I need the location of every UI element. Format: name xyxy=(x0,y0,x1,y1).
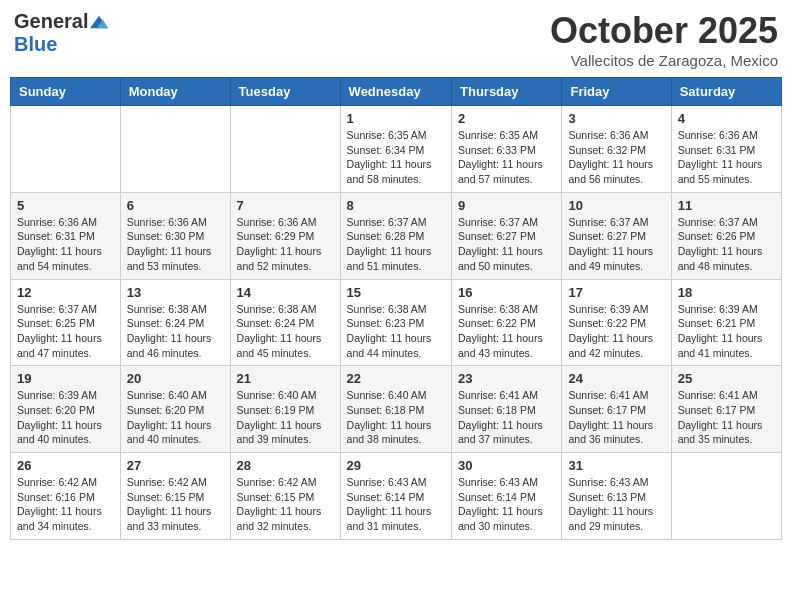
day-number: 29 xyxy=(347,458,445,473)
calendar-cell: 24Sunrise: 6:41 AMSunset: 6:17 PMDayligh… xyxy=(562,366,671,453)
calendar-cell: 22Sunrise: 6:40 AMSunset: 6:18 PMDayligh… xyxy=(340,366,451,453)
day-info: Sunrise: 6:42 AMSunset: 6:15 PMDaylight:… xyxy=(237,475,334,534)
day-info: Sunrise: 6:36 AMSunset: 6:30 PMDaylight:… xyxy=(127,215,224,274)
calendar-cell: 16Sunrise: 6:38 AMSunset: 6:22 PMDayligh… xyxy=(452,279,562,366)
day-header-sunday: Sunday xyxy=(11,78,121,106)
calendar-week-1: 1Sunrise: 6:35 AMSunset: 6:34 PMDaylight… xyxy=(11,106,782,193)
logo-blue: Blue xyxy=(14,33,57,56)
day-info: Sunrise: 6:43 AMSunset: 6:14 PMDaylight:… xyxy=(347,475,445,534)
day-number: 13 xyxy=(127,285,224,300)
calendar-cell: 26Sunrise: 6:42 AMSunset: 6:16 PMDayligh… xyxy=(11,453,121,540)
calendar-cell xyxy=(671,453,781,540)
title-section: October 2025 Vallecitos de Zaragoza, Mex… xyxy=(550,10,778,69)
day-header-thursday: Thursday xyxy=(452,78,562,106)
calendar-cell: 3Sunrise: 6:36 AMSunset: 6:32 PMDaylight… xyxy=(562,106,671,193)
calendar-cell: 14Sunrise: 6:38 AMSunset: 6:24 PMDayligh… xyxy=(230,279,340,366)
logo-icon xyxy=(90,15,108,29)
calendar-cell: 5Sunrise: 6:36 AMSunset: 6:31 PMDaylight… xyxy=(11,192,121,279)
day-header-tuesday: Tuesday xyxy=(230,78,340,106)
day-info: Sunrise: 6:36 AMSunset: 6:29 PMDaylight:… xyxy=(237,215,334,274)
calendar-cell: 17Sunrise: 6:39 AMSunset: 6:22 PMDayligh… xyxy=(562,279,671,366)
day-number: 5 xyxy=(17,198,114,213)
day-header-saturday: Saturday xyxy=(671,78,781,106)
calendar-body: 1Sunrise: 6:35 AMSunset: 6:34 PMDaylight… xyxy=(11,106,782,540)
calendar-cell: 25Sunrise: 6:41 AMSunset: 6:17 PMDayligh… xyxy=(671,366,781,453)
calendar-week-3: 12Sunrise: 6:37 AMSunset: 6:25 PMDayligh… xyxy=(11,279,782,366)
day-number: 30 xyxy=(458,458,555,473)
calendar-week-4: 19Sunrise: 6:39 AMSunset: 6:20 PMDayligh… xyxy=(11,366,782,453)
calendar-cell: 19Sunrise: 6:39 AMSunset: 6:20 PMDayligh… xyxy=(11,366,121,453)
calendar-cell: 1Sunrise: 6:35 AMSunset: 6:34 PMDaylight… xyxy=(340,106,451,193)
calendar-cell: 27Sunrise: 6:42 AMSunset: 6:15 PMDayligh… xyxy=(120,453,230,540)
logo: General Blue xyxy=(14,10,108,56)
calendar-cell: 28Sunrise: 6:42 AMSunset: 6:15 PMDayligh… xyxy=(230,453,340,540)
day-number: 9 xyxy=(458,198,555,213)
calendar-cell: 6Sunrise: 6:36 AMSunset: 6:30 PMDaylight… xyxy=(120,192,230,279)
calendar-cell: 20Sunrise: 6:40 AMSunset: 6:20 PMDayligh… xyxy=(120,366,230,453)
calendar-cell: 11Sunrise: 6:37 AMSunset: 6:26 PMDayligh… xyxy=(671,192,781,279)
day-header-monday: Monday xyxy=(120,78,230,106)
calendar-week-5: 26Sunrise: 6:42 AMSunset: 6:16 PMDayligh… xyxy=(11,453,782,540)
calendar-week-2: 5Sunrise: 6:36 AMSunset: 6:31 PMDaylight… xyxy=(11,192,782,279)
day-number: 16 xyxy=(458,285,555,300)
day-number: 15 xyxy=(347,285,445,300)
day-info: Sunrise: 6:36 AMSunset: 6:31 PMDaylight:… xyxy=(17,215,114,274)
day-info: Sunrise: 6:39 AMSunset: 6:21 PMDaylight:… xyxy=(678,302,775,361)
calendar-cell: 2Sunrise: 6:35 AMSunset: 6:33 PMDaylight… xyxy=(452,106,562,193)
day-number: 20 xyxy=(127,371,224,386)
day-info: Sunrise: 6:38 AMSunset: 6:22 PMDaylight:… xyxy=(458,302,555,361)
calendar-cell: 31Sunrise: 6:43 AMSunset: 6:13 PMDayligh… xyxy=(562,453,671,540)
day-number: 27 xyxy=(127,458,224,473)
calendar-cell: 21Sunrise: 6:40 AMSunset: 6:19 PMDayligh… xyxy=(230,366,340,453)
calendar-cell: 29Sunrise: 6:43 AMSunset: 6:14 PMDayligh… xyxy=(340,453,451,540)
day-info: Sunrise: 6:42 AMSunset: 6:16 PMDaylight:… xyxy=(17,475,114,534)
calendar-cell: 9Sunrise: 6:37 AMSunset: 6:27 PMDaylight… xyxy=(452,192,562,279)
day-info: Sunrise: 6:40 AMSunset: 6:20 PMDaylight:… xyxy=(127,388,224,447)
day-info: Sunrise: 6:36 AMSunset: 6:31 PMDaylight:… xyxy=(678,128,775,187)
day-number: 10 xyxy=(568,198,664,213)
day-info: Sunrise: 6:39 AMSunset: 6:22 PMDaylight:… xyxy=(568,302,664,361)
day-number: 24 xyxy=(568,371,664,386)
day-info: Sunrise: 6:36 AMSunset: 6:32 PMDaylight:… xyxy=(568,128,664,187)
calendar-cell: 23Sunrise: 6:41 AMSunset: 6:18 PMDayligh… xyxy=(452,366,562,453)
calendar-cell: 10Sunrise: 6:37 AMSunset: 6:27 PMDayligh… xyxy=(562,192,671,279)
calendar-cell: 13Sunrise: 6:38 AMSunset: 6:24 PMDayligh… xyxy=(120,279,230,366)
calendar-cell xyxy=(120,106,230,193)
day-number: 7 xyxy=(237,198,334,213)
day-header-friday: Friday xyxy=(562,78,671,106)
day-info: Sunrise: 6:37 AMSunset: 6:25 PMDaylight:… xyxy=(17,302,114,361)
day-info: Sunrise: 6:41 AMSunset: 6:18 PMDaylight:… xyxy=(458,388,555,447)
day-info: Sunrise: 6:35 AMSunset: 6:34 PMDaylight:… xyxy=(347,128,445,187)
calendar-header-row: SundayMondayTuesdayWednesdayThursdayFrid… xyxy=(11,78,782,106)
day-info: Sunrise: 6:37 AMSunset: 6:28 PMDaylight:… xyxy=(347,215,445,274)
calendar-cell: 15Sunrise: 6:38 AMSunset: 6:23 PMDayligh… xyxy=(340,279,451,366)
day-number: 8 xyxy=(347,198,445,213)
day-number: 19 xyxy=(17,371,114,386)
day-number: 4 xyxy=(678,111,775,126)
day-info: Sunrise: 6:38 AMSunset: 6:24 PMDaylight:… xyxy=(127,302,224,361)
day-info: Sunrise: 6:41 AMSunset: 6:17 PMDaylight:… xyxy=(568,388,664,447)
day-number: 26 xyxy=(17,458,114,473)
day-number: 25 xyxy=(678,371,775,386)
day-number: 11 xyxy=(678,198,775,213)
day-info: Sunrise: 6:43 AMSunset: 6:14 PMDaylight:… xyxy=(458,475,555,534)
calendar-cell: 8Sunrise: 6:37 AMSunset: 6:28 PMDaylight… xyxy=(340,192,451,279)
day-number: 3 xyxy=(568,111,664,126)
calendar-cell: 30Sunrise: 6:43 AMSunset: 6:14 PMDayligh… xyxy=(452,453,562,540)
day-number: 22 xyxy=(347,371,445,386)
day-number: 2 xyxy=(458,111,555,126)
day-number: 28 xyxy=(237,458,334,473)
day-header-wednesday: Wednesday xyxy=(340,78,451,106)
calendar-cell: 12Sunrise: 6:37 AMSunset: 6:25 PMDayligh… xyxy=(11,279,121,366)
day-number: 18 xyxy=(678,285,775,300)
day-number: 21 xyxy=(237,371,334,386)
month-title: October 2025 xyxy=(550,10,778,52)
calendar-cell: 7Sunrise: 6:36 AMSunset: 6:29 PMDaylight… xyxy=(230,192,340,279)
day-info: Sunrise: 6:42 AMSunset: 6:15 PMDaylight:… xyxy=(127,475,224,534)
day-number: 12 xyxy=(17,285,114,300)
calendar-table: SundayMondayTuesdayWednesdayThursdayFrid… xyxy=(10,77,782,540)
day-number: 1 xyxy=(347,111,445,126)
day-info: Sunrise: 6:40 AMSunset: 6:19 PMDaylight:… xyxy=(237,388,334,447)
day-info: Sunrise: 6:41 AMSunset: 6:17 PMDaylight:… xyxy=(678,388,775,447)
day-info: Sunrise: 6:37 AMSunset: 6:27 PMDaylight:… xyxy=(458,215,555,274)
